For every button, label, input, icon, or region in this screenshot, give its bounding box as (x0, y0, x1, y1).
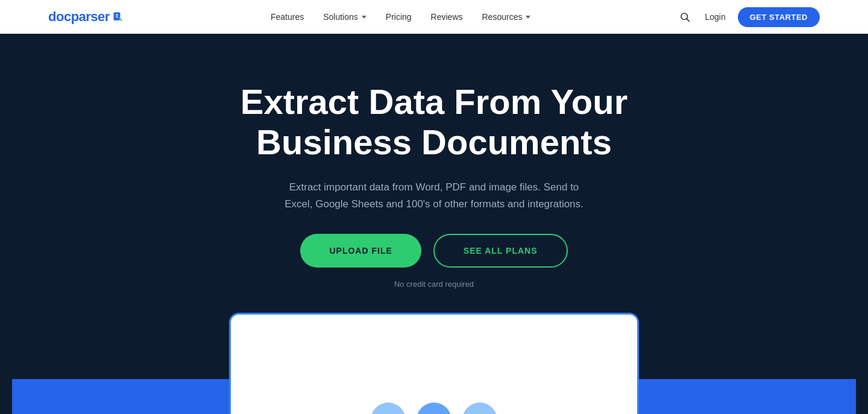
solutions-link[interactable]: Solutions (323, 12, 366, 22)
navbar: docparser Features Solutions Pricing Rev… (0, 0, 868, 34)
upload-file-button[interactable]: UPLOAD FILE (300, 234, 421, 268)
svg-rect-1 (116, 14, 118, 16)
reviews-link[interactable]: Reviews (431, 12, 463, 22)
chevron-down-icon (362, 16, 366, 19)
search-button[interactable] (677, 9, 693, 25)
no-credit-card-text: No credit card required (12, 280, 856, 289)
pricing-link[interactable]: Pricing (386, 12, 412, 22)
nav-right: Login GET STARTED (677, 7, 820, 27)
hero-title: Extract Data From Your Business Document… (229, 82, 639, 162)
nav-item-pricing[interactable]: Pricing (386, 12, 412, 22)
step-circles: 1 2 3 (371, 403, 497, 414)
nav-item-solutions[interactable]: Solutions (323, 12, 366, 22)
nav-item-reviews[interactable]: Reviews (431, 12, 463, 22)
search-icon (679, 11, 690, 22)
get-started-button[interactable]: GET STARTED (738, 7, 820, 27)
logo-icon (112, 11, 124, 23)
logo[interactable]: docparser (48, 9, 124, 25)
demo-card: 1 2 3 (229, 313, 639, 414)
svg-line-4 (687, 19, 690, 21)
step-circle-1: 1 (371, 403, 406, 414)
step-circle-3: 3 (462, 403, 497, 414)
chevron-down-icon (526, 16, 530, 19)
see-all-plans-button[interactable]: SEE ALL PLANS (433, 234, 568, 268)
nav-item-features[interactable]: Features (271, 12, 304, 22)
logo-text: docparser (48, 9, 110, 25)
login-link[interactable]: Login (705, 12, 725, 22)
step-circle-2: 2 (417, 403, 451, 414)
blue-bg-right (627, 379, 856, 414)
hero-subtitle: Extract important data from Word, PDF an… (274, 179, 594, 212)
nav-item-resources[interactable]: Resources (482, 12, 531, 22)
features-link[interactable]: Features (271, 12, 304, 22)
resources-link[interactable]: Resources (482, 12, 531, 22)
hero-section: Extract Data From Your Business Document… (0, 34, 868, 414)
blue-bg-left (12, 379, 241, 414)
hero-buttons: UPLOAD FILE SEE ALL PLANS (12, 234, 856, 268)
demo-area: 1 2 3 (12, 313, 856, 414)
nav-links: Features Solutions Pricing Reviews Resou… (271, 12, 530, 22)
svg-rect-0 (113, 13, 120, 20)
svg-rect-2 (116, 16, 118, 17)
